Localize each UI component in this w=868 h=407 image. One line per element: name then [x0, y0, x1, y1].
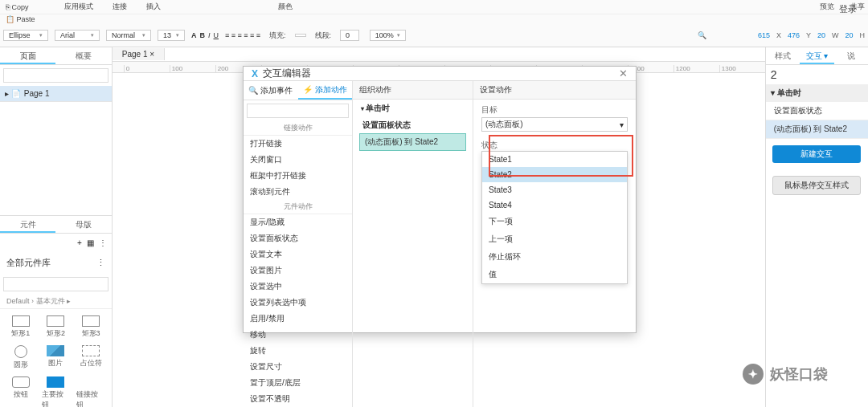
add-event-tab[interactable]: 🔍 添加事件 — [244, 81, 298, 100]
preview-label[interactable]: 预览 — [820, 2, 834, 12]
group-label-2: 连接 — [110, 1, 129, 13]
action-group-widget: 元件动作 — [244, 200, 352, 214]
organize-case[interactable]: (动态面板) 到 State2 — [359, 133, 466, 151]
widget-image[interactable]: 图片 — [42, 345, 71, 370]
action-close-window[interactable]: 关闭窗口 — [244, 152, 352, 168]
interaction-count: 2 — [766, 65, 868, 84]
action-open-in-frame[interactable]: 框架中打开链接 — [244, 168, 352, 184]
interaction-action[interactable]: 设置面板状态 — [766, 102, 868, 120]
action-rotate[interactable]: 旋转 — [244, 343, 352, 359]
size-select[interactable]: 13 — [158, 30, 185, 41]
action-set-image[interactable]: 设置图片 — [244, 263, 352, 279]
ribbon-row1: ⎘ Copy 应用模式 连接 插入 颜色 预览 共享 — [0, 0, 868, 14]
lib-title[interactable]: 全部元件库⋮ — [0, 252, 112, 274]
group-label-1: 应用模式 — [62, 1, 96, 13]
page-search[interactable] — [3, 68, 108, 83]
font-btns[interactable]: A B I U — [191, 31, 219, 39]
target-label: 目标 — [481, 104, 628, 116]
organize-action[interactable]: 设置面板状态 — [353, 117, 473, 133]
action-show-hide[interactable]: 显示/隐藏 — [244, 214, 352, 230]
interaction-event-head[interactable]: ▾ 单击时 — [766, 84, 868, 102]
left-sidebar: 页面 概要 ▸ 📄 Page 1 元件 母版 +▦⋮ 全部元件库⋮ Defaul… — [0, 47, 113, 407]
login-link[interactable]: 登录 — [839, 3, 857, 15]
widget-search[interactable] — [3, 277, 108, 291]
dims-readout: 615X 476Y 20W 20H — [758, 31, 865, 39]
state-option[interactable]: 下一项 — [482, 213, 627, 230]
style-select[interactable]: Normal — [106, 30, 151, 41]
action-set-panel-state[interactable]: 设置面板状态 — [244, 230, 352, 246]
state-option[interactable]: State4 — [482, 197, 627, 213]
new-interaction-button[interactable]: 新建交互 — [772, 145, 861, 163]
paste-row: 📋 Paste — [0, 14, 868, 24]
line-label: 线段: — [313, 30, 334, 42]
lib-toolbar[interactable]: +▦⋮ — [0, 234, 112, 252]
tab-notes[interactable]: 说 — [834, 47, 868, 64]
group-label-color: 颜色 — [276, 1, 295, 13]
action-open-link[interactable]: 打开链接 — [244, 136, 352, 152]
state-option[interactable]: 停止循环 — [482, 248, 627, 266]
align-btns[interactable]: ≡ ≡ ≡ ≡ ≡ ≡ — [225, 31, 260, 39]
widget-rect1[interactable]: 矩形1 — [6, 315, 35, 339]
lib-subgroup[interactable]: Default › 基本元件 ▸ — [0, 295, 112, 309]
widget-primary-button[interactable]: 主要按钮 — [42, 376, 71, 407]
tab-style[interactable]: 样式 — [766, 47, 800, 64]
line-value[interactable]: 0 — [340, 30, 359, 41]
config-col: 设置动作 目标 (动态面板)▾ 状态 State2▾ State1 State2… — [473, 81, 636, 407]
action-set-selected[interactable]: 设置选中 — [244, 279, 352, 295]
action-set-text[interactable]: 设置文本 — [244, 246, 352, 263]
zoom-glass-icon[interactable]: 🔍 — [695, 31, 709, 40]
chevron-down-icon: ▾ — [620, 120, 624, 129]
organize-col: 组织动作 单击时 设置面板状态 (动态面板) 到 State2 — [353, 81, 473, 407]
right-panel: 样式 交互 ▾ 说 2 ▾ 单击时 设置面板状态 (动态面板) 到 State2… — [765, 47, 868, 407]
widget-link-button[interactable]: 链接按钮 — [76, 376, 105, 407]
action-picker-col: 🔍 添加事件 ⚡ 添加动作 链接动作 打开链接 关闭窗口 框架中打开链接 滚动到… — [244, 81, 353, 407]
action-scroll-to[interactable]: 滚动到元件 — [244, 184, 352, 200]
shape-select[interactable]: Ellipse — [3, 30, 48, 41]
target-select[interactable]: (动态面板)▾ — [481, 117, 628, 132]
tab-outline[interactable]: 概要 — [55, 47, 111, 64]
action-search[interactable] — [247, 104, 349, 118]
font-select[interactable]: Arial — [55, 30, 100, 41]
zoom-select[interactable]: 100% — [370, 30, 406, 41]
tab-masters[interactable]: 母版 — [55, 216, 111, 233]
add-action-tab[interactable]: ⚡ 添加动作 — [298, 81, 353, 100]
action-group-link: 链接动作 — [244, 121, 352, 136]
canvas-tab[interactable]: Page 1 × — [113, 48, 165, 60]
action-set-list-selected[interactable]: 设置列表选中项 — [244, 295, 352, 311]
config-head: 设置动作 — [473, 81, 636, 100]
action-set-size[interactable]: 设置尺寸 — [244, 359, 352, 375]
widget-circle[interactable]: 圆形 — [6, 345, 35, 370]
widget-placeholder[interactable]: 占位符 — [76, 345, 105, 370]
paste-cmd[interactable]: 📋 Paste — [3, 14, 38, 24]
state-option[interactable]: State1 — [482, 152, 627, 167]
fill-swatch[interactable] — [295, 34, 306, 37]
action-bring-front[interactable]: 置于顶层/底层 — [244, 375, 352, 391]
widget-rect3[interactable]: 矩形3 — [76, 315, 105, 339]
group-label-3: 插入 — [144, 1, 163, 13]
tab-interaction[interactable]: 交互 ▾ — [800, 47, 833, 64]
state-option[interactable]: State3 — [482, 182, 627, 197]
state-option[interactable]: 上一项 — [482, 230, 627, 248]
organize-head: 组织动作 — [353, 81, 473, 100]
interaction-case[interactable]: (动态面板) 到 State2 — [766, 120, 868, 139]
fill-label: 填充: — [267, 30, 289, 42]
state-option[interactable]: State2 — [482, 167, 627, 182]
state-option[interactable]: 值 — [482, 266, 627, 283]
action-enable-disable[interactable]: 启用/禁用 — [244, 311, 352, 327]
widget-rect2[interactable]: 矩形2 — [42, 315, 71, 339]
tab-pages[interactable]: 页面 — [0, 47, 55, 64]
copy-cmd[interactable]: ⎘ Copy — [3, 2, 31, 12]
widget-grid: 矩形1 矩形2 矩形3 圆形 图片 占位符 按钮 主要按钮 链接按钮 — [0, 309, 112, 407]
state-label: 状态 — [481, 140, 628, 151]
dialog-title: 交互编辑器 — [263, 67, 311, 80]
widget-button[interactable]: 按钮 — [6, 376, 35, 407]
interaction-editor-dialog: X交互编辑器 ✕ 🔍 添加事件 ⚡ 添加动作 链接动作 打开链接 关闭窗口 框架… — [243, 66, 637, 333]
page-item[interactable]: ▸ 📄 Page 1 — [0, 86, 112, 102]
tab-widgets[interactable]: 元件 — [0, 216, 55, 233]
organize-event[interactable]: 单击时 — [353, 100, 473, 117]
state-dropdown: State1 State2 State3 State4 下一项 上一项 停止循环… — [481, 151, 628, 284]
action-set-opacity[interactable]: 设置不透明 — [244, 391, 352, 407]
close-icon[interactable]: ✕ — [619, 67, 628, 79]
action-move[interactable]: 移动 — [244, 327, 352, 343]
hover-style-button[interactable]: 鼠标悬停交互样式 — [772, 176, 861, 195]
